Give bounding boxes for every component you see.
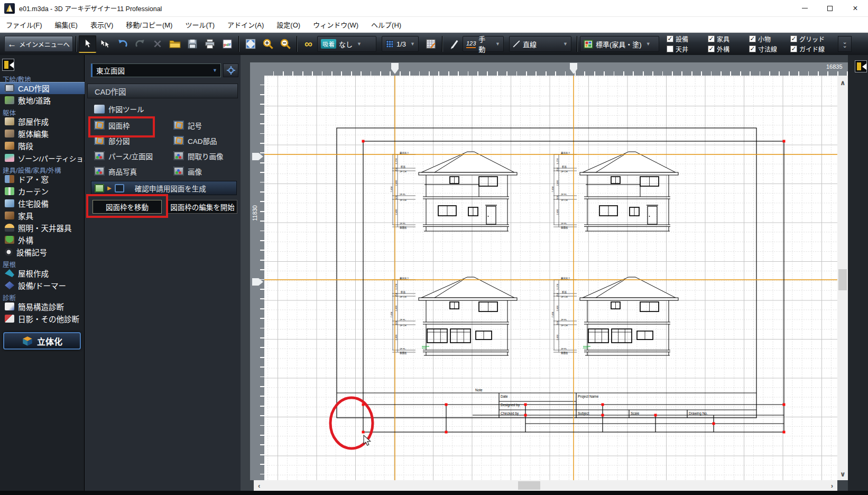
- sidebar-item-curtain[interactable]: カーテン: [0, 185, 85, 197]
- view-selector-dropdown[interactable]: 東立面図 ▼: [91, 63, 221, 77]
- layer-toggle-exterior[interactable]: ✓外構: [708, 44, 749, 53]
- scroll-down-icon[interactable]: ∨: [840, 470, 846, 478]
- save-button[interactable]: [183, 35, 201, 53]
- layer-toggle-furniture[interactable]: ✓家具: [708, 34, 749, 43]
- checkbox[interactable]: ✓: [790, 35, 797, 42]
- menu-settings[interactable]: 設定(O): [276, 20, 300, 30]
- layer-toggle-grid[interactable]: ✓グリッド: [790, 34, 835, 43]
- toolbar-expand-button[interactable]: ⌄ ⌄: [838, 36, 852, 52]
- checkbox[interactable]: [667, 45, 673, 52]
- sidebar-item-house-equipment[interactable]: 住宅設備: [0, 197, 85, 209]
- zoom-in-button[interactable]: [259, 35, 276, 53]
- sidebar-item-shadow-diagnosis[interactable]: 日影・その他診断: [0, 313, 85, 325]
- layer-toggle-dimension-lines[interactable]: ✓寸法線: [749, 44, 790, 53]
- tool-floorplan-image[interactable]: 間取り画像: [173, 148, 234, 163]
- sidebar-item-site-road[interactable]: 敷地/道路: [0, 94, 85, 106]
- print-button[interactable]: [201, 35, 218, 53]
- minimize-button[interactable]: [792, 0, 817, 17]
- continuous-input-button[interactable]: ∞: [300, 35, 317, 53]
- checkbox[interactable]: ✓: [708, 35, 715, 42]
- ruler-vertical[interactable]: 11830: [250, 76, 264, 480]
- room-icon: [5, 117, 14, 125]
- move-drawing-frame-button[interactable]: 図面枠を移動: [93, 200, 162, 214]
- render-style-dropdown[interactable]: 標準(家具・塗) ▼: [580, 36, 659, 52]
- solidify-3d-button[interactable]: 立体化: [3, 332, 81, 350]
- scroll-right-icon[interactable]: ›: [831, 482, 833, 490]
- tool-draw-tools[interactable]: 作図ツール: [94, 104, 144, 114]
- sidebar-item-roof-create[interactable]: 屋根作成: [0, 267, 85, 279]
- chevron-down-icon: ▼: [495, 41, 500, 47]
- sidebar-item-structure-diagnosis[interactable]: 簡易構造診断: [0, 300, 85, 313]
- layer-toggle-accessories[interactable]: ✓小物: [749, 34, 790, 43]
- right-panel-collapse-button[interactable]: [855, 60, 867, 72]
- select-tool-button[interactable]: [79, 35, 96, 53]
- tool-cad-parts[interactable]: CAD部品: [173, 133, 234, 148]
- sidebar-item-cad-drawing[interactable]: CAD作図: [0, 82, 85, 94]
- sidebar-item-lighting[interactable]: 照明・天井器具: [0, 222, 85, 234]
- sheet-calc-button[interactable]: [422, 35, 439, 53]
- chevron-down-icon: ▼: [410, 41, 415, 47]
- horizontal-scroll-thumb[interactable]: [518, 481, 540, 490]
- menu-move-copy[interactable]: 移動/コピー(M): [126, 20, 172, 30]
- menu-edit[interactable]: 編集(E): [55, 20, 78, 30]
- grid-scale-dropdown[interactable]: 1/3 ▼: [382, 36, 419, 52]
- dimension-input-dropdown[interactable]: 123 手動 ▼: [463, 36, 504, 52]
- layer-toggle-equipment[interactable]: ✓設備: [667, 34, 708, 43]
- sidebar-item-furniture[interactable]: 家具: [0, 209, 85, 222]
- sidebar-item-zone-partition[interactable]: ゾーン/パーティション: [0, 152, 85, 164]
- zoom-out-button[interactable]: [276, 35, 294, 53]
- scroll-left-icon[interactable]: ‹: [258, 482, 260, 490]
- sidebar-item-equipment-symbol[interactable]: 設備記号: [0, 246, 85, 258]
- tool-image[interactable]: 画像: [173, 163, 234, 179]
- edit-drawing-frame-button[interactable]: 図面枠の編集を開始: [168, 200, 237, 214]
- layer-toggle-guide-lines[interactable]: ✓ガイド線: [790, 44, 835, 53]
- sidebar-item-door-window[interactable]: ドア・窓: [0, 173, 85, 185]
- layer-toggle-ceiling[interactable]: 天井: [667, 44, 708, 53]
- close-button[interactable]: ×: [843, 0, 868, 17]
- tool-partial-drawing[interactable]: 部分図: [94, 133, 173, 148]
- sidebar-item-exterior[interactable]: 外構: [0, 234, 85, 246]
- view-settings-button[interactable]: [223, 63, 238, 77]
- curtain-icon: [5, 187, 14, 195]
- tool-symbol[interactable]: 記号: [173, 117, 234, 133]
- menu-addin[interactable]: アドイン(A): [227, 20, 264, 30]
- open-file-button[interactable]: [166, 35, 183, 53]
- multi-select-tool-button[interactable]: [96, 35, 114, 53]
- checkbox[interactable]: ✓: [790, 45, 797, 52]
- snap-dropdown[interactable]: 吸着 なし ▼: [317, 36, 376, 52]
- tool-perspective-elevation[interactable]: パース/立面図: [94, 148, 173, 163]
- horizontal-scrollbar[interactable]: ‹ ›: [254, 480, 837, 491]
- menu-help[interactable]: ヘルプ(H): [371, 20, 401, 30]
- tool-product-photo[interactable]: 商品写真: [94, 163, 173, 179]
- checkbox[interactable]: ✓: [708, 45, 715, 52]
- checkbox[interactable]: ✓: [749, 35, 756, 42]
- sidebar-item-structure-edit[interactable]: 躯体編集: [0, 127, 85, 140]
- sidebar-collapse-button[interactable]: [2, 59, 14, 71]
- sidebar-item-roof-equipment-dormer[interactable]: 設備/ドーマー: [0, 279, 85, 291]
- sidebar-item-stairs[interactable]: 階段: [0, 140, 85, 152]
- generate-application-drawing-button[interactable]: ▶ 確認申請用図面を生成: [91, 181, 237, 195]
- pen-tool-button[interactable]: [445, 35, 463, 53]
- scroll-up-icon[interactable]: ∧: [840, 79, 846, 87]
- pdf-export-button[interactable]: pdf: [218, 35, 236, 53]
- checkbox[interactable]: ✓: [749, 45, 756, 52]
- menu-file[interactable]: ファイル(F): [6, 20, 42, 30]
- delete-button[interactable]: [149, 35, 166, 53]
- maximize-button[interactable]: [817, 0, 843, 17]
- fit-view-button[interactable]: [242, 35, 259, 53]
- redo-button[interactable]: [131, 35, 149, 53]
- tool-drawing-frame[interactable]: 図面枠: [94, 117, 173, 133]
- menu-tools[interactable]: ツール(T): [185, 20, 215, 30]
- ruler-horizontal[interactable]: 16835: [264, 62, 848, 76]
- menu-window[interactable]: ウィンドウ(W): [313, 20, 358, 30]
- menu-view[interactable]: 表示(V): [90, 20, 113, 30]
- canvas[interactable]: 最高高さ 軒高 2F CH 2F FL 1F CH 1F FL 基礎高 1,27…: [264, 76, 837, 480]
- vertical-scrollbar[interactable]: ∧ ∨: [837, 76, 848, 480]
- floorplan-image-icon: [173, 151, 184, 160]
- line-type-dropdown[interactable]: 直線 ▼: [509, 36, 571, 52]
- checkbox[interactable]: ✓: [667, 35, 673, 42]
- main-menu-back-button[interactable]: ← メインメニューへ: [4, 36, 73, 52]
- undo-button[interactable]: [114, 35, 131, 53]
- vertical-scroll-thumb[interactable]: [838, 269, 847, 290]
- sidebar-item-room-create[interactable]: 部屋作成: [0, 115, 85, 127]
